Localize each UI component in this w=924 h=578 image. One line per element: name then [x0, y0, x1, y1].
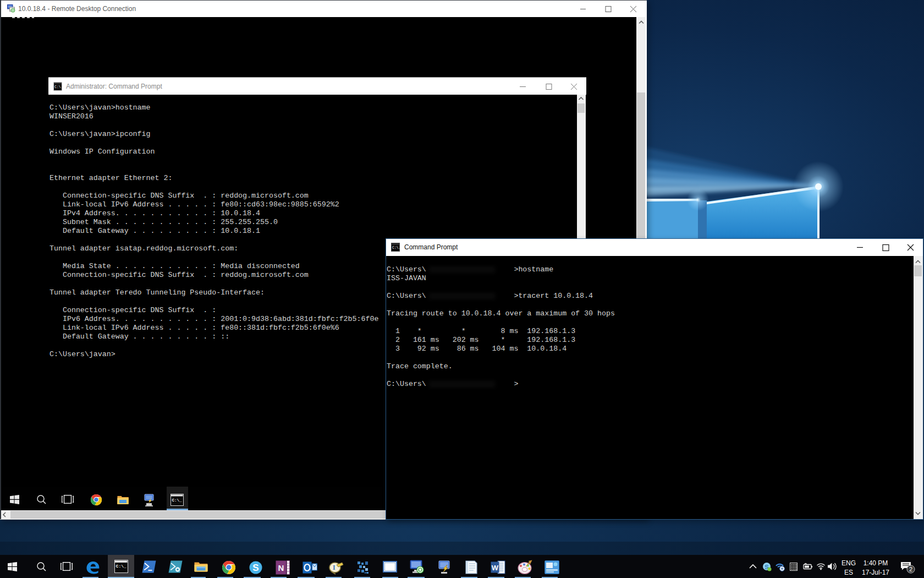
svg-text:2: 2	[909, 566, 912, 572]
svg-text:C:\_: C:\_	[172, 498, 183, 503]
svg-text:C:\.: C:\.	[392, 246, 400, 250]
svg-text:C:\.: C:\.	[54, 85, 62, 89]
svg-text:C:\_: C:\_	[116, 564, 127, 569]
svg-text:W: W	[492, 564, 499, 572]
svg-text:N: N	[278, 563, 284, 572]
svg-text:I: I	[333, 564, 336, 571]
svg-text:S: S	[252, 563, 258, 573]
